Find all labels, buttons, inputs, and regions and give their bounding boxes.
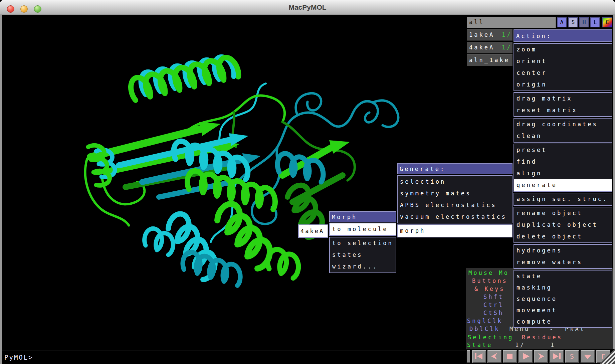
step-back-icon bbox=[488, 351, 501, 362]
action-item-zoom[interactable]: zoom bbox=[514, 44, 612, 55]
action-item-assign-sec-struc[interactable]: assign sec. struc. bbox=[514, 193, 612, 205]
action-item-compute[interactable]: compute bbox=[514, 316, 612, 327]
playback-spacer bbox=[467, 350, 470, 363]
action-item-find[interactable]: find bbox=[514, 156, 612, 168]
action-item-delete-object[interactable]: delete object bbox=[514, 231, 612, 242]
stop-icon bbox=[503, 351, 516, 362]
action-menu-header: Action: bbox=[514, 29, 612, 42]
action-item-align[interactable]: align bbox=[514, 168, 612, 179]
morph-item-to-selection[interactable]: to selection bbox=[330, 237, 396, 249]
show-toggle-button[interactable]: S bbox=[568, 17, 578, 27]
step-back-button[interactable] bbox=[487, 350, 501, 363]
label-toggle-button[interactable]: L bbox=[590, 17, 600, 27]
generate-item-symmetry-mates[interactable]: symmetry mates bbox=[398, 188, 512, 199]
step-forward-icon bbox=[535, 351, 547, 362]
action-item-drag-coordinates[interactable]: drag coordinates bbox=[514, 119, 612, 130]
skip-to-end-button[interactable] bbox=[550, 350, 564, 363]
play-icon bbox=[519, 351, 532, 362]
action-item-duplicate-object[interactable]: duplicate object bbox=[514, 219, 612, 231]
macpymol-window: MacPyMOL bbox=[0, 0, 615, 364]
window-right-edge bbox=[613, 15, 615, 364]
scene-button[interactable]: S bbox=[565, 350, 579, 363]
object-state: 1/ bbox=[502, 29, 512, 40]
action-item-rename-object[interactable]: rename object bbox=[514, 207, 612, 219]
morph-item-states[interactable]: states bbox=[330, 249, 396, 261]
generate-item-morph[interactable]: morph bbox=[398, 225, 512, 237]
action-item-masking[interactable]: masking bbox=[514, 282, 612, 293]
state-current: 1/ bbox=[515, 342, 525, 348]
ctrl-row-label: Ctrl bbox=[483, 302, 504, 308]
generate-item-vacuum-electrostatics[interactable]: vacuum electrostatics bbox=[398, 211, 512, 223]
object-name: 4akeA bbox=[469, 44, 494, 51]
generate-item-selection[interactable]: selection bbox=[398, 176, 512, 188]
morph-item-wizard[interactable]: wizard... bbox=[330, 261, 396, 272]
state-total: 1 bbox=[551, 342, 556, 348]
action-item-center[interactable]: center bbox=[514, 67, 612, 79]
action-item-drag-matrix[interactable]: drag matrix bbox=[514, 93, 612, 105]
selecting-mode-value[interactable]: Residues bbox=[522, 334, 563, 341]
action-item-reset-matrix[interactable]: reset matrix bbox=[514, 105, 612, 116]
playback-bar: S F bbox=[466, 349, 615, 364]
dblclk-row-label: DblClk bbox=[469, 326, 500, 332]
shift-row-label: Shft bbox=[483, 294, 504, 300]
hide-toggle-button[interactable]: H bbox=[579, 17, 589, 27]
frame-menu-button[interactable] bbox=[581, 350, 595, 363]
skip-to-start-button[interactable] bbox=[472, 350, 486, 363]
object-row-aln-1ake[interactable]: aln_1ake bbox=[467, 54, 512, 66]
page-title: MacPyMOL bbox=[0, 3, 615, 11]
action-item-clean[interactable]: clean bbox=[514, 130, 612, 142]
object-row-4akeA[interactable]: 4akeA 1/ bbox=[467, 42, 512, 53]
skip-to-start-icon bbox=[473, 351, 485, 362]
command-input[interactable]: PyMOL>_ bbox=[2, 351, 466, 364]
keys-label: & Keys bbox=[474, 286, 505, 292]
title-bar[interactable]: MacPyMOL bbox=[0, 0, 615, 15]
morph-menu: Morph to molecule to selection states wi… bbox=[329, 211, 396, 273]
play-button[interactable] bbox=[519, 350, 533, 363]
buttons-label: Buttons bbox=[472, 278, 508, 284]
action-item-state[interactable]: state bbox=[514, 270, 612, 282]
generate-item-apbs-electrostatics[interactable]: APBS electrostatics bbox=[398, 199, 512, 211]
action-item-orient[interactable]: orient bbox=[514, 55, 612, 67]
ctsh-row-label: CtSh bbox=[483, 310, 504, 316]
molecular-viewport[interactable] bbox=[2, 15, 466, 351]
action-item-preset[interactable]: preset bbox=[514, 144, 612, 156]
action-menu: Action: zoom orient center origin drag m… bbox=[514, 29, 612, 328]
object-row-all[interactable]: all bbox=[467, 17, 556, 28]
object-name: aln_1ake bbox=[469, 57, 510, 63]
object-state: 1/ bbox=[502, 42, 512, 53]
object-row-1akeA[interactable]: 1akeA 1/ bbox=[467, 29, 512, 41]
generate-menu-header: Generate: bbox=[397, 163, 512, 174]
action-item-movement[interactable]: movement bbox=[514, 305, 612, 316]
selecting-label: Selecting bbox=[468, 334, 514, 341]
stop-button[interactable] bbox=[503, 350, 517, 363]
snglclk-row-label: SnglClk bbox=[467, 318, 503, 324]
step-forward-button[interactable] bbox=[534, 350, 548, 363]
action-toggle-button[interactable]: A bbox=[557, 17, 567, 27]
down-arrow-icon bbox=[581, 351, 594, 362]
morph-target-flyout[interactable]: 4akeA bbox=[298, 224, 328, 238]
action-item-generate[interactable]: generate bbox=[514, 179, 612, 191]
generate-menu: Generate: selection symmetry mates APBS … bbox=[397, 163, 512, 237]
protein-structure bbox=[2, 15, 466, 351]
color-toggle-button[interactable]: C bbox=[602, 17, 612, 27]
morph-item-to-molecule[interactable]: to molecule bbox=[330, 223, 396, 235]
action-item-origin[interactable]: origin bbox=[514, 79, 612, 90]
skip-to-end-icon bbox=[550, 351, 563, 362]
mouse-mode-label: Mouse Mo bbox=[468, 269, 509, 276]
state-label: State bbox=[467, 342, 492, 348]
action-item-hydrogens[interactable]: hydrogens bbox=[514, 245, 612, 256]
action-item-sequence[interactable]: sequence bbox=[514, 293, 612, 305]
action-item-remove-waters[interactable]: remove waters bbox=[514, 256, 612, 268]
object-name: 1akeA bbox=[469, 31, 494, 38]
morph-menu-header: Morph bbox=[329, 211, 396, 222]
